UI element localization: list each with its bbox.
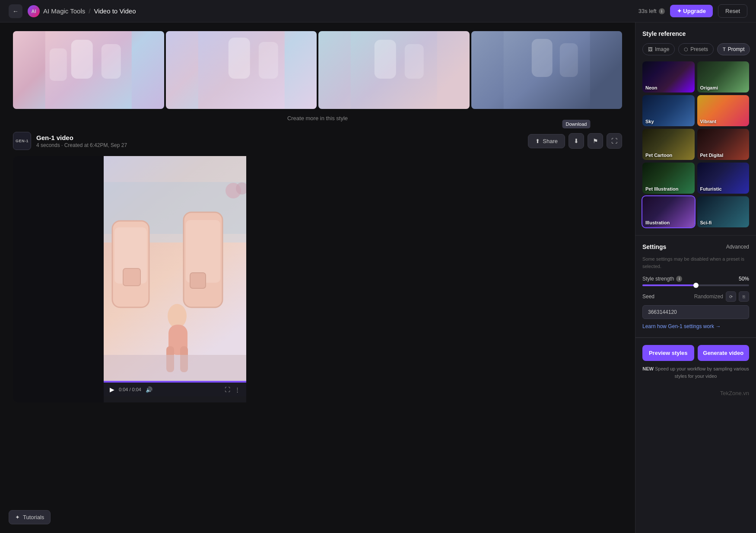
style-card-pet-digital[interactable]: Pet Digital xyxy=(697,129,750,160)
seed-copy-button[interactable]: ⎘ xyxy=(739,291,749,302)
flag-button[interactable]: ⚑ xyxy=(588,133,603,149)
image-tab-icon: 🖼 xyxy=(648,47,653,52)
page-title: Video to Video xyxy=(94,7,136,15)
tutorials-icon: ✦ xyxy=(15,514,20,520)
settings-note: Some settings may be disabled when a pre… xyxy=(642,255,749,270)
svg-rect-6 xyxy=(258,42,278,79)
style-card-pet-illus-bg: Pet Illustration xyxy=(642,163,695,194)
share-button[interactable]: ⬆ Share xyxy=(528,134,565,148)
style-card-origami[interactable]: Origami xyxy=(697,61,750,93)
strip-item-4[interactable] xyxy=(471,31,623,109)
strip-item-1[interactable] xyxy=(13,31,164,109)
style-vibrant-label: Vibrant xyxy=(700,119,717,124)
style-pet-digital-label: Pet Digital xyxy=(700,153,724,158)
style-card-scifi[interactable]: Sci-fi xyxy=(697,196,750,227)
gen1-badge: GEN-1 xyxy=(13,132,31,150)
style-pet-cartoon-label: Pet Cartoon xyxy=(645,153,672,158)
style-card-pet-cartoon[interactable]: Pet Cartoon xyxy=(642,129,695,160)
tutorials-button[interactable]: ✦ Tutorials xyxy=(9,510,51,524)
style-strength-info-icon[interactable]: ℹ xyxy=(676,276,682,282)
image-strip xyxy=(13,31,622,109)
strip-item-3[interactable] xyxy=(318,31,470,109)
app-title: AI Magic Tools xyxy=(43,7,85,15)
download-tooltip: Download xyxy=(562,120,591,128)
upgrade-button[interactable]: ✦ Upgrade xyxy=(670,5,713,17)
style-reference-section: Style reference 🖼 Image ⬡ Presets T Prom… xyxy=(635,22,756,236)
watermark: TekZone.vn xyxy=(635,386,756,400)
style-strength-row: Style strength ℹ 50% xyxy=(642,276,749,286)
style-card-pet-illustration[interactable]: Pet Illustration xyxy=(642,163,695,194)
style-illustration-label: Illustration xyxy=(645,220,670,225)
expand-icon: ⛶ xyxy=(611,137,617,144)
style-card-scifi-bg: Sci-fi xyxy=(697,196,750,227)
strip-image-1 xyxy=(13,31,164,109)
strip-item-2[interactable] xyxy=(166,31,317,109)
tab-presets[interactable]: ⬡ Presets xyxy=(678,43,714,55)
main-layout: Create more in this style GEN-1 Gen-1 vi… xyxy=(0,22,756,533)
style-card-pet-cartoon-bg: Pet Cartoon xyxy=(642,129,695,160)
image-tab-label: Image xyxy=(655,46,669,52)
seed-row: Seed Randomized ⟳ ⎘ xyxy=(642,291,749,302)
style-card-illustration[interactable]: Illustration xyxy=(642,196,695,227)
svg-rect-12 xyxy=(559,43,578,77)
download-icon: ⬇ xyxy=(574,137,579,144)
style-card-vibrant[interactable]: Vibrant xyxy=(697,95,750,126)
timer-display: 33s left ℹ xyxy=(638,8,665,14)
preview-styles-button[interactable]: Preview styles xyxy=(642,345,694,361)
reset-button[interactable]: Reset xyxy=(718,4,747,18)
style-reference-title: Style reference xyxy=(642,30,749,37)
svg-rect-1 xyxy=(71,40,93,79)
svg-rect-3 xyxy=(50,48,67,81)
back-button[interactable]: ← xyxy=(9,4,22,18)
slider-thumb[interactable] xyxy=(693,283,699,288)
style-card-neon[interactable]: Neon xyxy=(642,61,695,93)
style-strength-slider[interactable] xyxy=(642,284,749,286)
seed-randomize-icon: ⟳ xyxy=(729,294,733,299)
style-card-illustration-bg: Illustration xyxy=(642,196,695,227)
style-card-origami-bg: Origami xyxy=(697,61,750,93)
info-icon[interactable]: ℹ xyxy=(659,8,665,14)
learn-settings-link[interactable]: Learn how Gen-1 settings work → xyxy=(642,323,749,329)
generate-video-button[interactable]: Generate video xyxy=(698,345,750,361)
style-card-futuristic[interactable]: Futuristic xyxy=(697,163,750,194)
svg-rect-8 xyxy=(375,40,396,79)
progress-fill xyxy=(104,381,246,383)
svg-rect-9 xyxy=(405,44,424,79)
svg-rect-5 xyxy=(228,38,250,79)
video-main-container: ▶ 0:04 / 0:04 🔊 ⛶ ⋮ xyxy=(104,156,246,402)
workflow-note-new: NEW xyxy=(642,366,654,371)
fullscreen-icon[interactable]: ⛶ xyxy=(225,386,230,393)
settings-section: Settings Advanced Some settings may be d… xyxy=(635,236,756,338)
svg-point-22 xyxy=(168,304,187,328)
play-button[interactable]: ▶ xyxy=(110,386,114,393)
more-options-icon[interactable]: ⋮ xyxy=(235,386,240,393)
seed-randomize-button[interactable]: ⟳ xyxy=(726,291,736,302)
tab-image[interactable]: 🖼 Image xyxy=(642,43,675,55)
download-button[interactable]: Download ⬇ xyxy=(569,133,584,149)
style-strength-value: 50% xyxy=(739,276,749,282)
topbar-left: ← AI AI Magic Tools / Video to Video xyxy=(9,4,136,18)
video-info: GEN-1 Gen-1 video 4 seconds · Created at… xyxy=(13,132,127,150)
progress-bar[interactable] xyxy=(104,381,246,383)
settings-header: Settings Advanced xyxy=(642,243,749,250)
tab-prompt[interactable]: T Prompt xyxy=(717,43,750,55)
video-metadata: 4 seconds · Created at 6:42PM, Sep 27 xyxy=(36,142,127,148)
avatar: AI xyxy=(28,5,40,17)
style-card-neon-bg: Neon xyxy=(642,61,695,93)
slider-fill xyxy=(642,284,696,286)
volume-icon[interactable]: 🔊 xyxy=(146,386,152,393)
video-frame[interactable] xyxy=(104,156,246,381)
create-more-text: Create more in this style xyxy=(13,115,622,121)
style-card-sky-bg: Sky xyxy=(642,95,695,126)
seed-label: Seed xyxy=(642,294,654,300)
expand-button[interactable]: ⛶ xyxy=(607,133,622,149)
advanced-link[interactable]: Advanced xyxy=(726,244,749,250)
style-strength-label: Style strength ℹ xyxy=(642,276,682,282)
settings-title: Settings xyxy=(642,243,666,250)
topbar-right: 33s left ℹ ✦ Upgrade Reset xyxy=(638,4,747,18)
strip-image-4 xyxy=(471,31,623,109)
breadcrumb-separator: / xyxy=(89,7,90,15)
style-card-sky[interactable]: Sky xyxy=(642,95,695,126)
svg-rect-2 xyxy=(102,44,121,79)
style-strength-header: Style strength ℹ 50% xyxy=(642,276,749,282)
